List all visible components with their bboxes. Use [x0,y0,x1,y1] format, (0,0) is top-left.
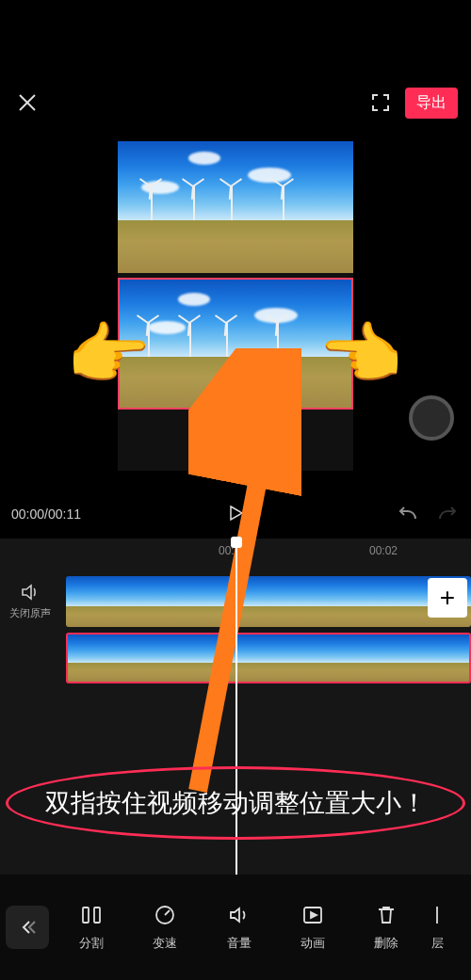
preview-clip-top[interactable] [118,141,353,273]
record-button[interactable] [409,395,454,441]
preview-canvas[interactable] [118,141,353,471]
tool-label: 删除 [374,935,398,952]
time-display: 00:00/00:11 [11,506,115,522]
tool-label: 变速 [153,935,177,952]
preview-clip-bottom-selected[interactable] [118,278,353,410]
svg-rect-6 [94,908,100,923]
tool-label: 音量 [227,935,252,952]
tool-label: 动画 [300,935,325,952]
tool-split[interactable]: 分割 [62,903,121,952]
mute-original-label: 关闭原声 [0,606,60,620]
play-button[interactable] [227,505,244,524]
fullscreen-icon[interactable] [369,91,392,114]
timeline-track-2-selected[interactable] [66,633,471,683]
tool-layer[interactable]: 层 [431,903,460,952]
timeline-track-1[interactable] [66,576,471,627]
redo-button [435,503,460,526]
tool-animation[interactable]: 动画 [284,903,342,952]
tool-volume[interactable]: 音量 [210,903,268,952]
mute-original-icon[interactable] [0,582,60,602]
svg-rect-5 [83,908,89,923]
tool-label: 层 [431,935,444,952]
svg-marker-4 [231,506,242,520]
export-button[interactable]: 导出 [405,88,458,119]
tool-delete[interactable]: 删除 [357,903,415,952]
close-button[interactable] [13,88,41,117]
tool-label: 分割 [79,935,104,952]
add-clip-button[interactable]: + [428,578,467,618]
tool-speed[interactable]: 变速 [136,903,194,952]
annotation-instruction: 双指按住视频移动调整位置大小！ [6,766,465,840]
collapse-toolbar-button[interactable] [6,906,49,949]
undo-button[interactable] [396,503,420,526]
svg-marker-9 [311,912,317,918]
